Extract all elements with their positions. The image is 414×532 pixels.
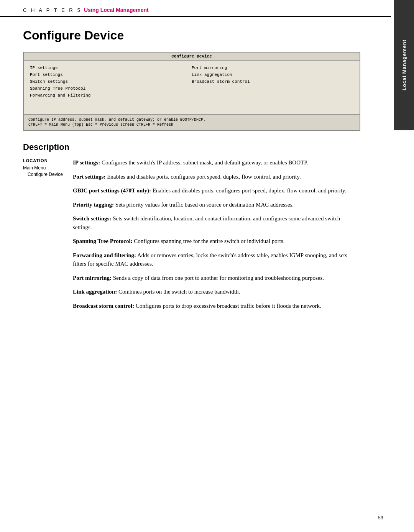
location-configure-device: Configure Device [23,172,65,177]
description-title: Description [23,142,360,152]
desc-switch-bold: Switch settings: [73,215,111,222]
desc-gbic-bold: GBIC port settings (470T only): [73,187,151,194]
desc-port-settings-bold: Port settings: [73,174,105,180]
location-label: LOCATION [23,158,65,163]
desc-ip-settings: IP settings: Configures the switch's IP … [73,158,360,167]
desc-mirroring: Port mirroring: Sends a copy of data fro… [73,274,360,282]
terminal-item-aggregation: Link aggregation [192,71,353,78]
side-tab: Local Management [394,0,414,130]
terminal-col-2: Port mirroring Link aggregation Broadcas… [192,64,353,110]
side-tab-text: Local Management [401,39,407,90]
desc-priority: Priority tagging: Sets priority values f… [73,200,360,209]
desc-priority-text: Sets priority values for traffic based o… [115,202,294,208]
terminal-footer: Configure IP address, subnet mask, and d… [24,114,360,130]
terminal-item-mirroring: Port mirroring [192,64,353,71]
desc-switch: Switch settings: Sets switch identificat… [73,214,360,232]
desc-spanning-bold: Spanning Tree Protocol: [73,238,133,244]
chapter-number: 5 [77,7,82,13]
page-title: Configure Device [23,28,360,43]
desc-gbic-text: Enables and disables ports, configures p… [153,187,347,194]
page-header: C H A P T E R 5 Using Local Management [0,0,391,17]
desc-port-settings-text: Enables and disables ports, configures p… [107,174,301,180]
terminal-item-forwarding: Forwarding and Filtering [30,92,192,99]
terminal-footer-description: Configure IP address, subnet mask, and d… [28,118,355,122]
desc-broadcast-bold: Broadcast storm control: [73,303,134,309]
desc-forwarding: Forwarding and filtering: Adds or remove… [73,251,360,268]
desc-spanning-text: Configures spanning tree for the entire … [134,238,284,244]
desc-ip-settings-text: Configures the switch's IP address, subn… [102,159,308,166]
desc-mirroring-bold: Port mirroring: [73,275,112,281]
terminal-title: Configure Device [24,53,360,61]
desc-spanning: Spanning Tree Protocol: Configures spann… [73,237,360,246]
desc-aggregation-bold: Link aggregation: [73,289,117,295]
terminal-item-broadcast: Broadcast storm control [192,78,353,85]
description-content: IP settings: Configures the switch's IP … [73,158,360,315]
chapter-title: Using Local Management [84,7,149,13]
desc-ip-settings-bold: IP settings: [73,159,100,166]
terminal-screenshot: Configure Device IP settings Port settin… [23,52,360,131]
desc-forwarding-bold: Forwarding and filtering: [73,252,136,258]
terminal-item-switch: Switch settings [30,78,192,85]
terminal-footer-shortcuts: CTRL+T = Main Menu (Top) Esc = Previous … [28,123,355,127]
main-content: Configure Device Configure Device IP set… [0,17,391,331]
desc-priority-bold: Priority tagging: [73,202,114,208]
terminal-item-spanning: Spanning Tree Protocol [30,85,192,92]
page-number: 53 [378,515,383,521]
chapter-prefix: C H A P T E R [23,7,74,13]
terminal-col-1: IP settings Port settings Switch setting… [30,64,192,110]
desc-mirroring-text: Sends a copy of data from one port to an… [113,275,324,281]
desc-port-settings: Port settings: Enables and disables port… [73,172,360,181]
desc-broadcast-text: Configures ports to drop excessive broad… [136,303,321,309]
desc-gbic: GBIC port settings (470T only): Enables … [73,186,360,195]
terminal-item-port: Port settings [30,71,192,78]
desc-aggregation: Link aggregation: Combines ports on the … [73,287,360,296]
content-with-sidebar: LOCATION Main Menu Configure Device IP s… [23,158,360,315]
terminal-body: IP settings Port settings Switch setting… [24,61,360,114]
desc-aggregation-text: Combines ports on the switch to increase… [118,289,240,295]
terminal-item-ip: IP settings [30,64,192,71]
location-sidebar: LOCATION Main Menu Configure Device [23,158,73,315]
desc-broadcast: Broadcast storm control: Configures port… [73,302,360,310]
location-main-menu: Main Menu [23,165,65,171]
desc-switch-text: Sets switch identification, location, an… [73,215,340,230]
